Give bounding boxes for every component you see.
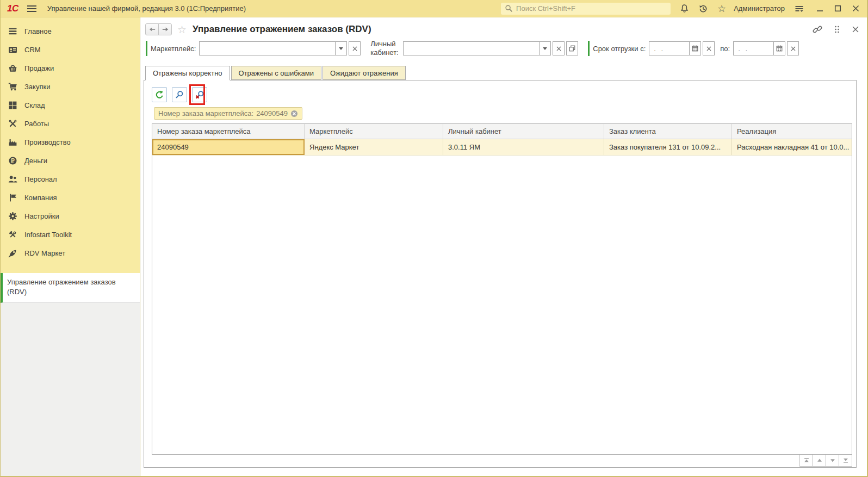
sidebar-item-zakupki[interactable]: Закупки <box>1 77 140 96</box>
chevron-down-icon[interactable] <box>539 42 550 55</box>
refresh-button[interactable] <box>152 87 167 102</box>
cell-marketplace[interactable]: Яндекс Маркет <box>305 139 443 155</box>
go-last-row-button[interactable] <box>839 455 852 467</box>
column-header-marketplace[interactable]: Маркетплейс <box>305 124 443 139</box>
close-window-button[interactable] <box>852 5 859 12</box>
tab-reflected-with-errors[interactable]: Отражены с ошибками <box>231 66 321 80</box>
cell-order-number-selected[interactable]: 24090549 <box>152 139 305 155</box>
choose-from-list-icon <box>568 45 576 52</box>
ship-date-to-clear-button[interactable] <box>787 41 799 55</box>
sidebar-item-kompaniya[interactable]: Компания <box>1 188 140 207</box>
app-window: 1С Управление нашей фирмой, редакция 3.0… <box>0 0 868 477</box>
company-flag-icon <box>8 193 17 202</box>
back-button[interactable] <box>145 23 159 35</box>
marketplace-clear-button[interactable] <box>349 41 361 55</box>
cell-realization[interactable]: Расходная накладная 41 от 10.0... <box>732 139 852 155</box>
cabinet-choose-button[interactable] <box>566 41 578 55</box>
table-row[interactable]: 24090549 Яндекс Маркет 3.0.11 ЯМ Заказ п… <box>152 139 852 156</box>
favorites-star-icon[interactable]: ☆ <box>717 3 726 15</box>
sidebar-item-sklad[interactable]: Склад <box>1 96 140 114</box>
column-header-order-number[interactable]: Номер заказа маркетплейса <box>152 124 305 139</box>
history-item-label: Управление отражением заказов (RDV) <box>7 278 116 296</box>
go-up-row-button[interactable] <box>813 455 826 467</box>
filter-chip-label: Номер заказа маркетплейса: <box>158 109 253 117</box>
open-window-history-item[interactable]: Управление отражением заказов (RDV) <box>1 273 140 303</box>
global-search[interactable] <box>501 3 671 15</box>
minimize-button[interactable] <box>816 5 823 12</box>
ship-date-to-label: по: <box>720 45 730 53</box>
column-header-cabinet[interactable]: Личный кабинет <box>443 124 604 139</box>
sidebar-item-infostart-toolkit[interactable]: Infostart Toolkit <box>1 225 140 244</box>
sidebar-item-rdv-market[interactable]: RDV Маркет <box>1 244 140 262</box>
filters-row: Маркетплейс: Личный кабинет: Срок отгруз… <box>141 39 867 58</box>
refresh-icon <box>155 90 164 100</box>
purchases-cart-icon <box>8 82 17 91</box>
column-header-realization[interactable]: Реализация <box>732 124 852 139</box>
calendar-icon[interactable] <box>773 42 785 55</box>
sidebar-item-label: Продажи <box>24 64 54 72</box>
calendar-icon[interactable] <box>689 42 700 55</box>
sidebar-item-prodazhi[interactable]: Продажи <box>1 59 140 77</box>
1c-logo-icon: 1С <box>7 3 18 14</box>
ship-date-to-value[interactable]: . . <box>734 42 773 55</box>
sidebar-item-label: Закупки <box>24 83 50 91</box>
sidebar-item-personal[interactable]: Персонал <box>1 170 140 188</box>
toolkit-icon <box>8 230 17 239</box>
sidebar-item-crm[interactable]: CRM <box>1 40 140 59</box>
menu-icon <box>8 27 17 36</box>
cell-cabinet[interactable]: 3.0.11 ЯМ <box>443 139 604 155</box>
go-first-row-button[interactable] <box>799 455 813 467</box>
cabinet-clear-button[interactable] <box>553 41 565 55</box>
cabinet-label: Личный кабинет: <box>370 40 400 58</box>
forward-button[interactable] <box>158 23 172 35</box>
cancel-search-button[interactable] <box>192 87 207 102</box>
search-icon <box>505 4 513 13</box>
favorite-star-icon[interactable]: ☆ <box>177 24 187 35</box>
accent-bar <box>588 41 590 56</box>
sidebar-item-dengi[interactable]: Р Деньги <box>1 151 140 170</box>
tab-awaiting-reflection[interactable]: Ожидают отражения <box>323 66 406 80</box>
ship-date-from-value[interactable]: . . <box>649 42 689 55</box>
table-header-row: Номер заказа маркетплейса Маркетплейс Ли… <box>152 124 852 139</box>
ship-date-to-field: . . <box>733 41 785 55</box>
sidebar-item-label: Персонал <box>24 175 57 183</box>
sidebar-item-label: Infostart Toolkit <box>24 231 72 239</box>
ship-date-from-clear-button[interactable] <box>703 41 715 55</box>
clear-x-icon <box>352 46 357 51</box>
tab-reflected-correctly[interactable]: Отражены корректно <box>145 66 230 80</box>
sidebar-item-glavnoe[interactable]: Главное <box>1 22 140 40</box>
tab-bar: Отражены корректно Отражены с ошибками О… <box>145 66 867 80</box>
column-header-customer-order[interactable]: Заказ клиента <box>604 124 732 139</box>
global-search-input[interactable] <box>516 4 667 13</box>
marketplace-input[interactable] <box>200 42 335 55</box>
close-form-icon[interactable] <box>852 26 859 33</box>
arrow-right-icon <box>162 26 169 33</box>
sidebar-item-nastroyki[interactable]: Настройки <box>1 207 140 225</box>
sidebar-item-label: CRM <box>24 46 41 54</box>
cell-customer-order[interactable]: Заказ покупателя 131 от 10.09.2... <box>604 139 732 155</box>
search-button[interactable] <box>172 87 187 102</box>
form-header: ☆ Управление отражением заказов (RDV) <box>141 17 867 38</box>
cabinet-input[interactable] <box>404 42 539 55</box>
remove-filter-icon[interactable] <box>290 110 298 117</box>
current-user[interactable]: Администратор <box>734 4 785 13</box>
sidebar-item-label: RDV Маркет <box>24 249 65 257</box>
sidebar-item-raboty[interactable]: Работы <box>1 114 140 133</box>
production-factory-icon <box>8 138 17 147</box>
chevron-down-icon[interactable] <box>335 42 346 55</box>
sidebar-item-label: Компания <box>24 194 57 202</box>
get-link-icon[interactable] <box>813 24 822 34</box>
main-menu-icon[interactable] <box>27 5 36 12</box>
go-down-row-button[interactable] <box>826 455 839 467</box>
search-cancel-icon <box>195 90 204 100</box>
maximize-button[interactable] <box>834 5 841 12</box>
user-menu-icon[interactable] <box>794 4 804 13</box>
sidebar-item-proizvodstvo[interactable]: Производство <box>1 133 140 151</box>
app-title: Управление нашей фирмой, редакция 3.0 (1… <box>47 4 246 13</box>
filter-chip-value: 24090549 <box>256 109 288 117</box>
tab-content-pane: Номер заказа маркетплейса: 24090549 Номе… <box>144 80 857 468</box>
more-menu-icon[interactable] <box>833 25 841 34</box>
notifications-bell-icon[interactable] <box>680 4 689 13</box>
window-controls <box>816 5 859 12</box>
history-icon[interactable] <box>698 4 708 14</box>
